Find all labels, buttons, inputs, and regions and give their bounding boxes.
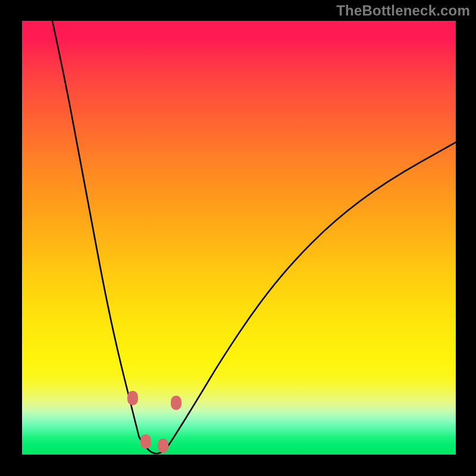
data-marker <box>127 391 138 405</box>
plot-area <box>22 21 456 455</box>
data-marker <box>171 396 181 410</box>
bottleneck-curve <box>22 21 456 455</box>
chart-frame: TheBottleneck.com <box>0 0 476 476</box>
data-marker <box>140 434 151 449</box>
watermark-text: TheBottleneck.com <box>336 2 470 19</box>
curve-path <box>52 21 456 453</box>
data-marker <box>158 439 168 453</box>
